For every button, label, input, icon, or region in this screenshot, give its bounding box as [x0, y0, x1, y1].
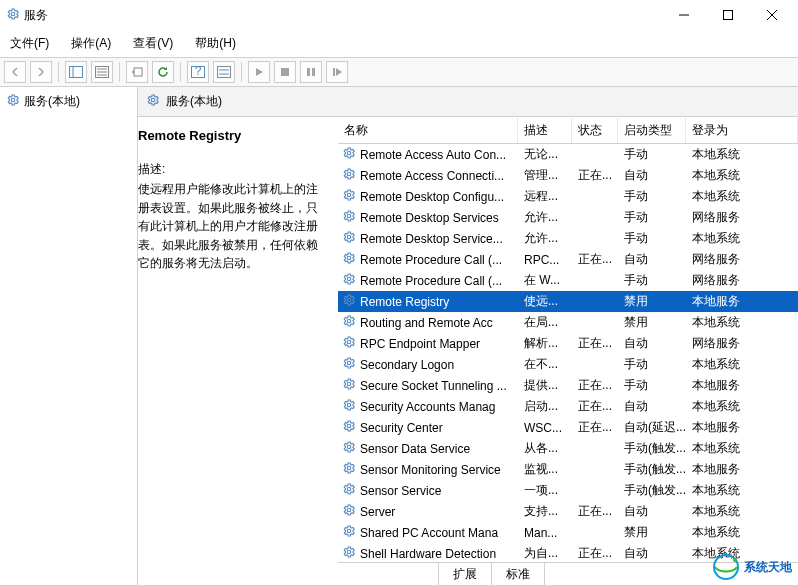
svg-point-34 — [347, 382, 351, 386]
service-name: Remote Desktop Configu... — [360, 190, 504, 204]
column-header-desc[interactable]: 描述 — [518, 118, 572, 143]
service-row[interactable]: Server支持...正在...自动本地系统 — [338, 501, 798, 522]
service-logon: 本地系统 — [686, 398, 798, 415]
help-button[interactable]: ? — [187, 61, 209, 83]
service-status: 正在... — [572, 167, 618, 184]
menu-action[interactable]: 操作(A) — [67, 33, 115, 54]
service-status: 正在... — [572, 377, 618, 394]
service-row[interactable]: Security Accounts Manag启动...正在...自动本地系统 — [338, 396, 798, 417]
column-header-logon[interactable]: 登录为 — [686, 118, 798, 143]
service-logon: 本地服务 — [686, 293, 798, 310]
service-logon: 本地系统 — [686, 440, 798, 457]
detail-desc: 使远程用户能修改此计算机上的注册表设置。如果此服务被终止，只有此计算机上的用户才… — [138, 180, 328, 273]
service-row[interactable]: Routing and Remote Acc在局...禁用本地系统 — [338, 312, 798, 333]
export-button[interactable] — [126, 61, 148, 83]
service-row[interactable]: Sensor Monitoring Service监视...手动(触发...本地… — [338, 459, 798, 480]
service-name: Security Accounts Manag — [360, 400, 495, 414]
service-start: 禁用 — [618, 293, 686, 310]
svg-point-24 — [347, 172, 351, 176]
service-row[interactable]: Remote Desktop Configu...远程...手动本地系统 — [338, 186, 798, 207]
detail-title: Remote Registry — [138, 128, 328, 143]
show-hide-tree-button[interactable] — [65, 61, 87, 83]
service-desc: 允许... — [518, 230, 572, 247]
svg-point-32 — [347, 340, 351, 344]
service-row[interactable]: Secure Socket Tunneling ...提供...正在...手动本… — [338, 375, 798, 396]
service-start: 手动 — [618, 209, 686, 226]
svg-point-35 — [347, 403, 351, 407]
service-start: 自动 — [618, 503, 686, 520]
menu-view[interactable]: 查看(V) — [129, 33, 177, 54]
gear-icon — [342, 314, 356, 331]
column-header-name[interactable]: 名称 — [338, 118, 518, 143]
title-bar: 服务 — [0, 0, 798, 30]
toolbar: ? — [0, 58, 798, 87]
service-row[interactable]: Remote Desktop Service...允许...手动本地系统 — [338, 228, 798, 249]
menu-help[interactable]: 帮助(H) — [191, 33, 240, 54]
service-row[interactable]: Remote Procedure Call (...RPC...正在...自动网… — [338, 249, 798, 270]
svg-rect-17 — [281, 68, 289, 76]
svg-point-44 — [733, 558, 737, 562]
gear-icon — [342, 335, 356, 352]
gear-icon — [342, 251, 356, 268]
service-row[interactable]: RPC Endpoint Mapper解析...正在...自动网络服务 — [338, 333, 798, 354]
toolbar-separator — [119, 62, 120, 82]
svg-point-27 — [347, 235, 351, 239]
start-service-button[interactable] — [248, 61, 270, 83]
gear-icon — [6, 7, 20, 24]
service-row[interactable]: Remote Desktop Services允许...手动网络服务 — [338, 207, 798, 228]
tab-standard[interactable]: 标准 — [492, 563, 545, 585]
service-row[interactable]: Shared PC Account ManaMan...禁用本地系统 — [338, 522, 798, 543]
service-status: 正在... — [572, 545, 618, 562]
gear-icon — [342, 293, 356, 310]
list-view-button[interactable] — [213, 61, 235, 83]
service-desc: 启动... — [518, 398, 572, 415]
tab-extended[interactable]: 扩展 — [438, 563, 492, 585]
service-name: Shell Hardware Detection — [360, 547, 496, 561]
tree-root[interactable]: 服务(本地) — [0, 87, 137, 116]
service-start: 自动(延迟... — [618, 419, 686, 436]
menu-file[interactable]: 文件(F) — [6, 33, 53, 54]
rows-container[interactable]: Remote Access Auto Con...无论...手动本地系统Remo… — [338, 144, 798, 562]
service-row[interactable]: Remote Registry使远...禁用本地服务 — [338, 291, 798, 312]
svg-rect-18 — [307, 68, 310, 76]
right-header-label: 服务(本地) — [166, 93, 222, 110]
stop-service-button[interactable] — [274, 61, 296, 83]
service-desc: 为自... — [518, 545, 572, 562]
column-header-status[interactable]: 状态 — [572, 118, 618, 143]
refresh-button[interactable] — [152, 61, 174, 83]
service-name: Routing and Remote Acc — [360, 316, 493, 330]
service-desc: 一项... — [518, 482, 572, 499]
service-logon: 本地系统 — [686, 503, 798, 520]
gear-icon — [342, 461, 356, 478]
svg-point-28 — [347, 256, 351, 260]
service-logon: 本地系统 — [686, 482, 798, 499]
pause-service-button[interactable] — [300, 61, 322, 83]
svg-point-22 — [151, 98, 155, 102]
service-name: Secure Socket Tunneling ... — [360, 379, 507, 393]
service-row[interactable]: Sensor Data Service从各...手动(触发...本地系统 — [338, 438, 798, 459]
svg-point-23 — [347, 151, 351, 155]
column-header-start[interactable]: 启动类型 — [618, 118, 686, 143]
gear-icon — [342, 188, 356, 205]
service-row[interactable]: Security CenterWSC...正在...自动(延迟...本地服务 — [338, 417, 798, 438]
restart-service-button[interactable] — [326, 61, 348, 83]
gear-icon — [342, 545, 356, 562]
brand-text: 系统天地 — [744, 559, 792, 576]
service-start: 自动 — [618, 251, 686, 268]
service-row[interactable]: Remote Access Auto Con...无论...手动本地系统 — [338, 144, 798, 165]
service-logon: 本地系统 — [686, 146, 798, 163]
service-start: 手动(触发... — [618, 482, 686, 499]
service-start: 自动 — [618, 398, 686, 415]
properties-button[interactable] — [91, 61, 113, 83]
service-row[interactable]: Sensor Service一项...手动(触发...本地系统 — [338, 480, 798, 501]
forward-button[interactable] — [30, 61, 52, 83]
back-button[interactable] — [4, 61, 26, 83]
service-row[interactable]: Remote Access Connecti...管理...正在...自动本地系… — [338, 165, 798, 186]
window-title: 服务 — [24, 7, 662, 24]
maximize-button[interactable] — [706, 1, 750, 29]
service-row[interactable]: Remote Procedure Call (...在 W...手动网络服务 — [338, 270, 798, 291]
service-row[interactable]: Secondary Logon在不...手动本地系统 — [338, 354, 798, 375]
minimize-button[interactable] — [662, 1, 706, 29]
close-button[interactable] — [750, 1, 794, 29]
brand-watermark: 系统天地 — [712, 553, 792, 581]
